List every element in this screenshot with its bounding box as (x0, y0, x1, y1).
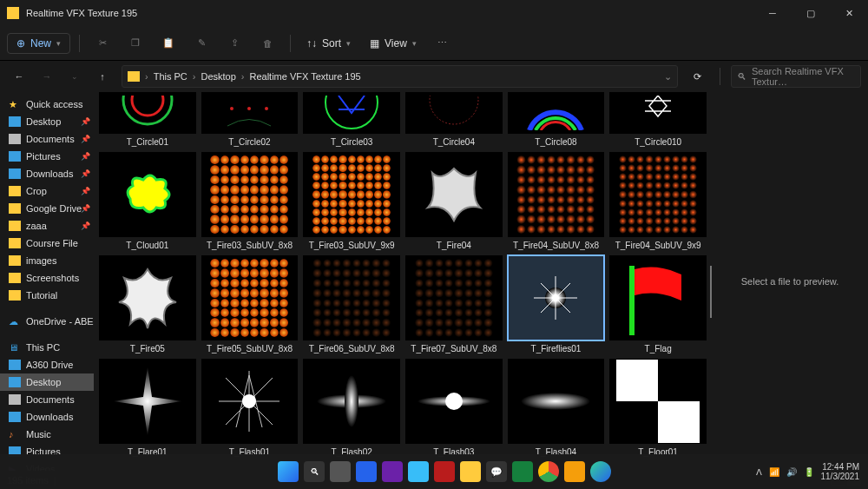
maximize-button[interactable]: ▢ (792, 0, 830, 26)
sort-button[interactable]: ↑↓ Sort ▾ (299, 34, 358, 53)
breadcrumb-seg[interactable]: Realtime VFX Texture 195 (250, 71, 361, 82)
breadcrumb[interactable]: › This PC › Desktop › Realtime VFX Textu… (122, 65, 678, 88)
taskbar-app[interactable] (512, 461, 533, 482)
recent-button[interactable]: ⌄ (62, 64, 87, 89)
sidebar-item-quick[interactable]: ★Quick access (0, 96, 94, 113)
svg-point-0 (123, 96, 172, 124)
sidebar-item-downloads-pc[interactable]: Downloads (0, 408, 94, 426)
breadcrumb-seg[interactable]: This PC (154, 71, 187, 82)
chevron-right-icon: › (240, 71, 247, 82)
file-item[interactable]: T_Flash02 (303, 359, 400, 457)
paste-button[interactable]: 📋 (155, 30, 182, 57)
view-button[interactable]: ▦ View ▾ (363, 34, 424, 53)
back-button[interactable]: ← (7, 64, 31, 89)
clock[interactable]: 12:44 PM 11/3/2021 (821, 462, 860, 481)
sidebar-item-course[interactable]: Coursre File (0, 235, 94, 252)
taskbar-app[interactable]: 💬 (486, 461, 507, 482)
minimize-button[interactable]: ─ (753, 0, 792, 26)
start-button[interactable] (278, 461, 299, 482)
thumbnail (415, 362, 493, 440)
sidebar-item-documents-pc[interactable]: Documents (0, 391, 94, 408)
taskbar-app[interactable] (408, 461, 429, 482)
sidebar-item-screenshots[interactable]: Screenshots (0, 269, 94, 287)
preview-pane: Select a file to preview. (712, 92, 868, 471)
chevron-down-icon: ▾ (56, 39, 61, 48)
file-item[interactable]: T_Circle010 (609, 92, 707, 147)
search-input[interactable]: 🔍︎ Search Realtime VFX Textur… (731, 65, 861, 88)
documents-icon (9, 134, 21, 144)
file-item[interactable]: T_Flash04 (508, 359, 605, 457)
sidebar-item-a360[interactable]: A360 Drive (0, 356, 94, 373)
taskview-button[interactable] (330, 461, 351, 482)
copy-button[interactable]: ❐ (122, 30, 149, 57)
rename-button[interactable]: ✎ (187, 30, 215, 57)
delete-button[interactable]: 🗑 (253, 30, 281, 57)
clock-time: 12:44 PM (821, 462, 860, 472)
taskbar-app[interactable] (564, 461, 585, 482)
file-item[interactable]: T_Fire04 (405, 152, 503, 250)
file-item[interactable]: T_Cloud01 (99, 152, 196, 250)
up-button[interactable]: ↑ (90, 64, 115, 89)
share-button[interactable]: ⇪ (220, 30, 248, 57)
sidebar-item-pictures[interactable]: Pictures📌 (0, 148, 94, 165)
sidebar-item-onedrive[interactable]: ☁OneDrive - ABES (0, 313, 94, 330)
taskbar-chrome[interactable] (538, 461, 559, 482)
file-item[interactable]: T_Fire03_SubUV_8x8 (201, 152, 299, 250)
chevron-down-icon[interactable]: ⌄ (664, 71, 672, 83)
new-button[interactable]: ⊕ New ▾ (7, 33, 70, 54)
file-item[interactable]: T_Floor01 (609, 359, 707, 457)
taskbar-app[interactable] (434, 461, 455, 482)
volume-icon[interactable]: 🔊 (786, 467, 797, 477)
taskbar-edge[interactable] (590, 461, 611, 482)
file-item[interactable]: T_Fire04_SubUV_9x9 (609, 152, 707, 250)
file-item[interactable]: T_Circle02 (201, 92, 299, 147)
sidebar-item-images[interactable]: images (0, 252, 94, 269)
file-item[interactable]: T_Fire06_SubUV_8x8 (303, 255, 400, 354)
file-grid[interactable]: T_Circle01 T_Circle02 T_Circle03 T_Circl… (94, 92, 712, 471)
sidebar-item-crop[interactable]: Crop📌 (0, 182, 94, 200)
file-item[interactable]: T_Circle04 (405, 92, 503, 147)
sidebar-item-music[interactable]: ♪Music (0, 426, 94, 443)
file-item[interactable]: T_Fire07_SubUV_8x8 (405, 255, 503, 354)
taskbar-explorer[interactable] (460, 461, 481, 482)
forward-button[interactable]: → (35, 64, 59, 89)
thumbnail (210, 259, 288, 337)
file-item[interactable]: T_Fire03_SubUV_9x9 (303, 152, 400, 250)
sidebar-label: Documents (26, 134, 75, 144)
file-item[interactable]: T_Flare01 (99, 359, 196, 457)
sidebar-item-desktop[interactable]: Desktop📌 (0, 113, 94, 130)
tray-chevron-icon[interactable]: ᐱ (756, 467, 762, 477)
file-item[interactable]: T_Flash03 (405, 359, 503, 457)
cut-button[interactable]: ✂ (89, 30, 116, 57)
file-item[interactable]: T_Flag (609, 255, 707, 354)
taskbar-app[interactable] (382, 461, 403, 482)
sidebar-item-documents[interactable]: Documents📌 (0, 130, 94, 148)
wifi-icon[interactable]: 📶 (769, 467, 779, 477)
taskbar-app[interactable] (356, 461, 377, 482)
sidebar-item-downloads[interactable]: Downloads📌 (0, 165, 94, 182)
sidebar-item-zaaa[interactable]: zaaa📌 (0, 217, 94, 235)
file-item[interactable]: T_Fireflies01 (508, 255, 605, 354)
file-item[interactable]: T_Fire04_SubUV_8x8 (508, 152, 605, 250)
close-button[interactable]: ✕ (830, 0, 868, 26)
file-item[interactable]: T_Circle01 (99, 92, 196, 147)
battery-icon[interactable]: 🔋 (804, 467, 814, 477)
sidebar-item-desktop-pc[interactable]: Desktop (0, 373, 94, 391)
refresh-button[interactable]: ⟳ (685, 64, 709, 89)
more-button[interactable]: ⋯ (429, 30, 457, 57)
file-item[interactable]: T_Fire05_SubUV_8x8 (201, 255, 299, 354)
sidebar-item-thispc[interactable]: 🖥This PC (0, 339, 94, 356)
thumbnail (415, 259, 493, 337)
thumbnail (516, 155, 595, 234)
file-item[interactable]: T_Circle08 (508, 92, 605, 147)
file-item[interactable]: T_Fire05 (99, 255, 196, 354)
folder-icon (9, 273, 21, 283)
sidebar-item-tutorial[interactable]: Tutorial (0, 287, 94, 304)
sidebar-item-gdrive[interactable]: Google Drive📌 (0, 200, 94, 217)
search-button[interactable]: 🔍︎ (304, 461, 325, 482)
file-item[interactable]: T_Flash01 (201, 359, 299, 457)
system-tray[interactable]: ᐱ 📶 🔊 🔋 12:44 PM 11/3/2021 (756, 462, 869, 481)
breadcrumb-seg[interactable]: Desktop (201, 71, 235, 82)
file-item[interactable]: T_Circle03 (303, 92, 400, 147)
scrollbar[interactable] (710, 266, 712, 318)
